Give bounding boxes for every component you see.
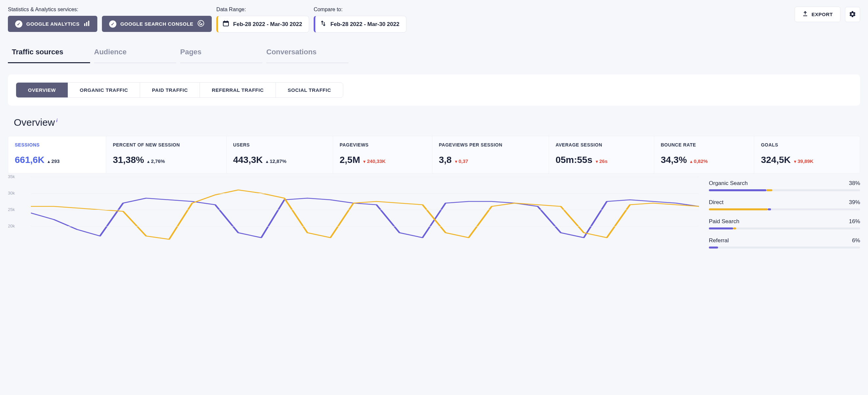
metric-card[interactable]: GOALS324,5K39,89K [754, 136, 860, 173]
legend-label: Direct [709, 199, 723, 206]
legend-item: Paid Search16% [709, 218, 860, 229]
export-label: EXPORT [811, 11, 833, 17]
y-tick: 35k [8, 174, 15, 179]
metric-label: BOUNCE RATE [661, 142, 748, 147]
info-icon[interactable]: i [56, 118, 58, 123]
compare-to-label: Compare to: [314, 7, 406, 12]
legend-bar [709, 208, 860, 210]
legend-bar [709, 247, 860, 249]
subtab-overview[interactable]: OVERVIEW [16, 83, 68, 97]
export-button[interactable]: EXPORT [795, 7, 840, 22]
y-tick: 25k [8, 207, 15, 212]
legend-pct: 6% [852, 237, 860, 244]
main-tabs: Traffic sources Audience Pages Conversat… [8, 47, 860, 63]
metric-label: USERS [233, 142, 326, 147]
metric-delta: 26s [596, 158, 608, 164]
traffic-subtabs-panel: OVERVIEW ORGANIC TRAFFIC PAID TRAFFIC RE… [8, 75, 860, 106]
settings-button[interactable] [845, 7, 860, 22]
metric-value: 3,8 [439, 155, 452, 165]
svg-rect-8 [803, 16, 807, 16]
section-title: Overviewi [14, 117, 860, 128]
legend-item: Organic Search38% [709, 180, 860, 191]
metric-delta: 12,87% [266, 158, 286, 164]
sessions-chart: 35k30k25k20k [8, 177, 699, 243]
services-label: Statistics & Analytics services: [8, 7, 212, 12]
bar-chart-icon [84, 20, 90, 28]
legend-item: Direct39% [709, 199, 860, 210]
metric-label: AVERAGE SESSION [556, 142, 647, 147]
metric-card[interactable]: PAGEVIEWS PER SESSION3,80,37 [432, 136, 549, 173]
check-icon: ✓ [15, 21, 22, 28]
subtab-social[interactable]: SOCIAL TRAFFIC [276, 83, 343, 97]
legend-bar [709, 189, 860, 191]
metric-card[interactable]: AVERAGE SESSION05m:55s26s [549, 136, 654, 173]
traffic-subtabs: OVERVIEW ORGANIC TRAFFIC PAID TRAFFIC RE… [16, 82, 343, 98]
gridline [31, 177, 699, 177]
legend-label: Referral [709, 237, 728, 244]
calendar-icon [223, 20, 229, 28]
y-tick: 30k [8, 191, 15, 196]
svg-rect-5 [223, 21, 228, 23]
gridline [31, 226, 699, 226]
metric-value: 31,38% [113, 155, 144, 165]
metric-delta: 293 [48, 158, 60, 164]
gear-icon [849, 10, 856, 19]
service-label: GOOGLE ANALYTICS [26, 21, 80, 27]
data-range-label: Data Range: [216, 7, 309, 12]
compare-range-value: Feb-28 2022 - Mar-30 2022 [331, 21, 400, 28]
metric-card[interactable]: SESSIONS661,6K293 [8, 136, 106, 173]
metric-delta: 39,89K [794, 158, 813, 164]
metric-value: 324,5K [761, 155, 790, 165]
swap-arrows-icon [320, 20, 327, 28]
svg-rect-1 [86, 22, 88, 26]
metric-delta: 0,82% [690, 158, 708, 164]
check-icon: ✓ [109, 21, 116, 28]
metric-value: 05m:55s [556, 155, 592, 165]
compare-range-picker[interactable]: Feb-28 2022 - Mar-30 2022 [314, 16, 406, 33]
legend-label: Organic Search [709, 180, 748, 187]
gridline [31, 193, 699, 194]
subtab-paid[interactable]: PAID TRAFFIC [140, 83, 200, 97]
legend-pct: 16% [849, 218, 860, 225]
tab-traffic-sources[interactable]: Traffic sources [8, 47, 90, 63]
svg-rect-6 [224, 21, 225, 22]
service-label: GOOGLE SEARCH CONSOLE [120, 21, 193, 27]
metric-card[interactable]: PAGEVIEWS2,5M240,33K [333, 136, 432, 173]
metric-label: PAGEVIEWS [340, 142, 426, 147]
upload-icon [802, 11, 808, 18]
metric-label: SESSIONS [15, 142, 99, 147]
metric-value: 443,3K [233, 155, 263, 165]
metric-value: 34,3% [661, 155, 687, 165]
tab-pages[interactable]: Pages [180, 47, 262, 63]
metric-label: PERCENT OF NEW SESSION [113, 142, 220, 147]
traffic-source-breakdown: Organic Search38%Direct39%Paid Search16%… [709, 177, 860, 256]
subtab-referral[interactable]: REFERRAL TRAFFIC [200, 83, 276, 97]
metric-card[interactable]: BOUNCE RATE34,3%0,82% [654, 136, 754, 173]
metric-label: PAGEVIEWS PER SESSION [439, 142, 542, 147]
data-range-picker[interactable]: Feb-28 2022 - Mar-30 2022 [216, 16, 309, 33]
legend-label: Paid Search [709, 218, 739, 225]
y-tick: 20k [8, 224, 15, 228]
metric-value: 2,5M [340, 155, 360, 165]
date-range-value: Feb-28 2022 - Mar-30 2022 [233, 21, 302, 28]
gridline [31, 210, 699, 210]
metric-card[interactable]: PERCENT OF NEW SESSION31,38%2,76% [106, 136, 226, 173]
service-google-analytics[interactable]: ✓ GOOGLE ANALYTICS [8, 16, 97, 32]
subtab-organic[interactable]: ORGANIC TRAFFIC [68, 83, 141, 97]
svg-rect-2 [88, 21, 89, 26]
legend-bar [709, 227, 860, 229]
legend-pct: 39% [849, 199, 860, 206]
svg-rect-7 [227, 21, 227, 22]
metric-cards: SESSIONS661,6K293PERCENT OF NEW SESSION3… [8, 136, 860, 173]
metric-card[interactable]: USERS443,3K12,87% [226, 136, 333, 173]
metric-value: 661,6K [15, 155, 44, 165]
metric-delta: 0,37 [455, 158, 468, 164]
metric-label: GOALS [761, 142, 853, 147]
service-google-search-console[interactable]: ✓ GOOGLE SEARCH CONSOLE [102, 16, 212, 32]
metric-delta: 2,76% [147, 158, 165, 164]
svg-rect-0 [84, 23, 86, 26]
tab-audience[interactable]: Audience [94, 47, 176, 63]
legend-item: Referral6% [709, 237, 860, 249]
google-circle-icon [197, 20, 205, 28]
tab-conversations[interactable]: Conversations [266, 47, 348, 63]
